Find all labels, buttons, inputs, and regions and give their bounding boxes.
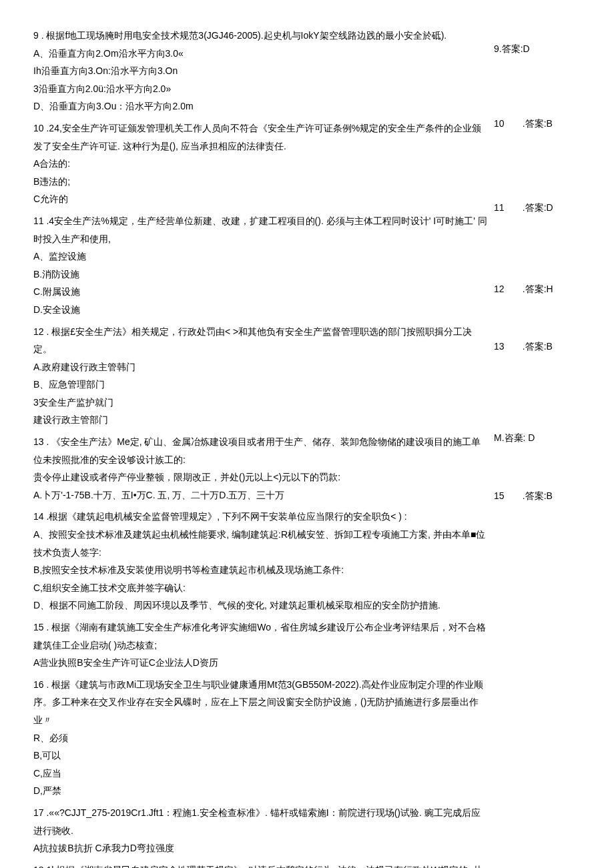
- answer-10-num: 10: [494, 118, 505, 129]
- q11-optD: D.安全设施: [33, 301, 487, 319]
- q14-optA: A、按照安全技术标准及建筑起虫机械性能要求, 编制建筑起:R机械安笠、拆卸工程专…: [33, 526, 487, 561]
- q16-text: 16 . 根据《建筑与市政Mi工现场安全卫生与职业健康通用Mt范3(GB550M…: [33, 676, 487, 729]
- q16-optA: R、必须: [33, 729, 487, 747]
- q11-optB: B.消防设施: [33, 266, 487, 284]
- q18-text: 18.1k根据《湖南省居民自建房安全性理若干规定》. 对违反本憩定的行为, 法律…: [33, 861, 487, 868]
- answer-11-text: .答案:D: [523, 202, 553, 213]
- q16-optB: B,可以: [33, 747, 487, 765]
- answer-14: M.咨棄: D: [494, 429, 581, 447]
- q13-opts: A.卜万'-1-75B.十万、五I•万C. 五, 万、二十万D.五万、三十万: [33, 486, 487, 504]
- answer-13-text: .答案:B: [523, 341, 553, 352]
- question-17: 17 .««?CJJT_275-2019Cr1.Jft1：程施1.安全检查标准》…: [33, 804, 487, 857]
- question-11: 11 .4安全生产法%规定，生产经营单位新建、改建，扩建工程项目的(). 必须与…: [33, 212, 487, 319]
- q11-optA: A、监控设施: [33, 248, 487, 266]
- question-12: 12 . 根据£安全生产法》相关规定，行政处罚由< >和其他负有安全生产监督管理…: [33, 323, 487, 430]
- q9-optA-line2: Ih沿垂直方向3.On:沿水平方向3.On: [33, 62, 487, 80]
- question-9: 9 . 根据f地工现场腌时用电安全技术规范3(JGJ46-2005).起史机与I…: [33, 27, 487, 115]
- answer-13-num: 13: [494, 341, 505, 352]
- q12-optB: B、应急管理部门: [33, 376, 487, 394]
- q15-opts: A营业执照B安全生产许可证C企业法人D资历: [33, 654, 487, 672]
- q11-text: 11 .4安全生产法%规定，生产经营单位新建、改建，扩建工程项目的(). 必须与…: [33, 212, 487, 248]
- answer-12-text: .答案:H: [523, 284, 553, 294]
- q13-text2: 贵令停止建设或者停产停业整顿，限期改正，并处()元以上<)元以下的罚款:: [33, 468, 487, 486]
- q12-optD: 建设行政主管部门: [33, 411, 487, 429]
- q14-optC: C,组织安全施工技术交底并签字确认:: [33, 579, 487, 597]
- q9-optA: A、沿垂直方向2.Om沿水平方向3.0«: [33, 45, 487, 63]
- answer-15: 15 .答案:B: [494, 487, 581, 505]
- answer-11: 11 .答案:D: [494, 199, 581, 217]
- q10-optA: A合法的:: [33, 155, 487, 173]
- q17-opts: A抗拉拔B抗折 C承我力D弯拉强度: [33, 839, 487, 857]
- answer-12: 12 .答案:H: [494, 280, 581, 298]
- q9-text: 9 . 根据f地工现场腌时用电安全技术规范3(JGJ46-2005).起史机与I…: [33, 27, 487, 45]
- q10-optB: B违法的;: [33, 173, 487, 191]
- question-18: 18.1k根据《湖南省居民自建房安全性理若干规定》. 对违反本憩定的行为, 法律…: [33, 861, 487, 868]
- q12-optA: A.政府建设行政主管韩门: [33, 358, 487, 376]
- q9-optA-line3: 3沿垂直方向2.0ü:沿水平方向2.0»: [33, 80, 487, 98]
- q14-optB: B,按照安全技术标准及安装使用说明书等检查建筑起市机械及现场施工条件:: [33, 561, 487, 579]
- q16-optC: C,应当: [33, 765, 487, 783]
- q17-text: 17 .««?CJJT_275-2019Cr1.Jft1：程施1.安全检查标准》…: [33, 804, 487, 839]
- q12-optC: 3安全生产监护就门: [33, 394, 487, 412]
- question-15: 15 . 根据《湖南有建筑施工安全生产标准化考评实施细Wo，省住房城乡建设厅公布…: [33, 618, 487, 672]
- answer-10-text: .答案:B: [523, 118, 553, 129]
- answer-9: 9.答案:D: [494, 40, 581, 58]
- question-10: 10 .24,安全生产许可证颁发管理机关工作人员向不符合《安全生产许可证条例%规…: [33, 119, 487, 208]
- question-14: 14 .根据《建筑起电机械安全监督管理规定》, 下列不网干安装单位应当限行的安全…: [33, 508, 487, 614]
- answer-13: 13 .答案:B: [494, 338, 581, 356]
- q12-text: 12 . 根据£安全生产法》相关规定，行政处罚由< >和其他负有安全生产监督管理…: [33, 323, 487, 358]
- answer-15-num: 15: [494, 490, 505, 501]
- answer-11-num: 11: [494, 202, 505, 213]
- q9-optD: D、沿垂直方向3.Ou：沿水平方向2.0m: [33, 97, 487, 115]
- q10-optC: C允许的: [33, 190, 487, 208]
- q11-optC: C.附属设施: [33, 283, 487, 301]
- q13-text: 13 . 《安全生产法》Me定, 矿山、金属冶炼建设项目或者用于生产、储存、装卸…: [33, 433, 487, 468]
- q16-optD: D,严禁: [33, 782, 487, 800]
- question-13: 13 . 《安全生产法》Me定, 矿山、金属冶炼建设项目或者用于生产、储存、装卸…: [33, 433, 487, 504]
- answer-10: 10 .答案:B: [494, 115, 581, 133]
- q10-text: 10 .24,安全生产许可证颁发管理机关工作人员向不符合《安全生产许可证条例%规…: [33, 119, 487, 155]
- q14-text: 14 .根据《建筑起电机械安全监督管理规定》, 下列不网干安装单位应当限行的安全…: [33, 508, 487, 526]
- q15-text: 15 . 根据《湖南有建筑施工安全生产标准化考评实施细Wo，省住房城乡建设厅公布…: [33, 618, 487, 654]
- answer-15-text: .答案:B: [523, 490, 553, 501]
- answer-12-num: 12: [494, 284, 505, 294]
- question-16: 16 . 根据《建筑与市政Mi工现场安全卫生与职业健康通用Mt范3(GB550M…: [33, 676, 487, 800]
- q14-optD: D、根据不同施工阶段、周因环境以及季节、气候的变化, 对建筑起重机械采取相应的安…: [33, 596, 487, 614]
